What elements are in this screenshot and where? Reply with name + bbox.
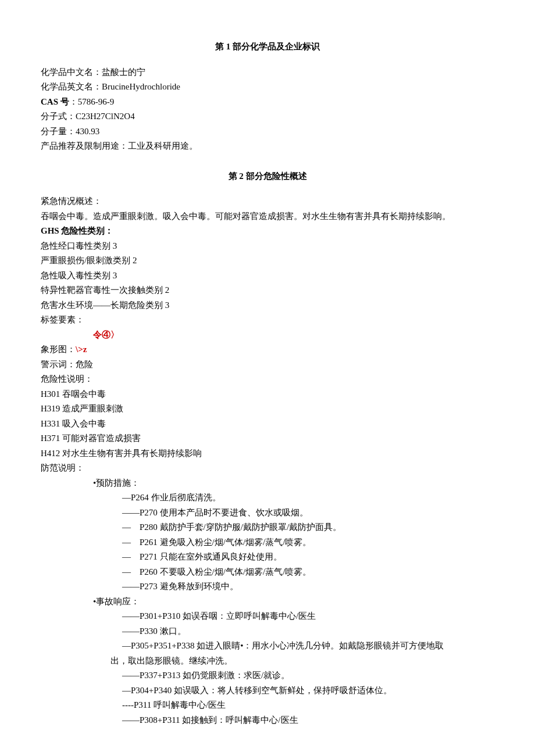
section-1-title: 第 1 部分化学品及企业标识 [41, 40, 494, 55]
response-label: •事故响应： [41, 594, 494, 610]
response-item: ——P330 漱口。 [41, 624, 494, 639]
prevention-item: —P264 作业后彻底清洗。 [41, 490, 494, 506]
prevention-item: ——P270 使用本产品时不要进食、饮水或吸烟。 [41, 506, 494, 521]
cn-name: 盐酸士的宁 [102, 67, 145, 77]
signal-line: 警示词：危险 [41, 357, 494, 372]
hazard-item: H301 吞咽会中毒 [41, 387, 494, 402]
section-1-body: 化学品中文名：盐酸士的宁 化学品英文名：BrucineHydrochloride… [41, 65, 494, 154]
en-name-line: 化学品英文名：BrucineHydrochloride [41, 80, 494, 95]
response-item: —P304+P340 如误吸入：将人转移到空气新鲜处，保持呼吸舒适体位。 [41, 683, 494, 698]
ghs-item: 特异性靶器官毒性一次接触类别 2 [41, 283, 494, 298]
formula-label: 分子式： [41, 112, 76, 121]
cas-label: CAS 号 [41, 97, 69, 106]
mw-value: 430.93 [76, 127, 99, 136]
cas-line: CAS 号：5786-96-9 [41, 95, 494, 110]
use-label: 产品推荐及限制用途： [41, 141, 128, 151]
en-name: BrucineHydrochloride [102, 82, 180, 91]
prevention-item: — P280 戴防护手套/穿防护服/戴防护眼罩/戴防护面具。 [41, 520, 494, 535]
signal-value: 危险 [76, 360, 93, 369]
signal-label: 警示词： [41, 360, 76, 369]
ghs-label: GHS 危险性类别： [41, 224, 494, 239]
prevention-item: — P271 只能在室外或通风良好处使用。 [41, 550, 494, 565]
formula-value: C23H27ClN2O4 [76, 112, 135, 121]
label-elements: 标签要素： [41, 313, 494, 328]
response-item: ----P311 呼叫解毒中心/医生 [41, 698, 494, 713]
response-item-cont: 出，取出隐形眼镜。继续冲洗。 [41, 654, 494, 669]
response-item: —P305+P351+P338 如进入眼睛•：用水小心冲洗几分钟。如戴隐形眼镜并… [41, 639, 494, 654]
ghs-item: 危害水生环境——长期危险类别 3 [41, 298, 494, 313]
mw-line: 分子量：430.93 [41, 124, 494, 139]
section-2-body: 紧急情况概述： 吞咽会中毒。造成严重眼刺激。吸入会中毒。可能对器官造成损害。对水… [41, 194, 494, 728]
hazard-item: H412 对水生生物有害并具有长期持续影响 [41, 446, 494, 461]
pictogram-top: 令④〉 [41, 328, 494, 343]
response-item: ——P337+P313 如仍觉眼刺激：求医/就诊。 [41, 668, 494, 683]
use-value: 工业及科研用途。 [128, 141, 198, 151]
hazard-item: H331 吸入会中毒 [41, 417, 494, 432]
hazard-label: 危险性说明： [41, 372, 494, 387]
ghs-item: 严重眼损伤/眼刺激类别 2 [41, 253, 494, 268]
section-2-title: 第 2 部分危险性概述 [41, 169, 494, 184]
prevention-item: ——P273 避免释放到环境中。 [41, 579, 494, 594]
formula-line: 分子式：C23H27ClN2O4 [41, 109, 494, 124]
cas-sep: ： [69, 97, 78, 106]
pictogram-value: \>z [76, 345, 87, 354]
pictogram-line: 象形图：\>z [41, 342, 494, 357]
use-line: 产品推荐及限制用途：工业及科研用途。 [41, 139, 494, 154]
prevention-item: — P261 避免吸入粉尘/烟/气体/烟雾/蒸气/喷雾。 [41, 535, 494, 550]
emergency-text: 吞咽会中毒。造成严重眼刺激。吸入会中毒。可能对器官造成损害。对水生生物有害并具有… [41, 209, 494, 224]
cn-name-label: 化学品中文名： [41, 67, 102, 77]
en-name-label: 化学品英文名： [41, 82, 102, 91]
response-item: ——P308+P311 如接触到：呼叫解毒中心/医生 [41, 713, 494, 728]
hazard-item: H371 可能对器官造成损害 [41, 431, 494, 446]
hazard-item: H319 造成严重眼刺激 [41, 402, 494, 417]
prevention-item: — P260 不要吸入粉尘/烟/气体/烟雾/蒸气/喷雾。 [41, 565, 494, 580]
ghs-item: 急性吸入毒性类别 3 [41, 268, 494, 284]
cn-name-line: 化学品中文名：盐酸士的宁 [41, 65, 494, 80]
mw-label: 分子量： [41, 127, 76, 136]
pictogram-top-text: 令④〉 [93, 330, 119, 339]
response-item: ——P301+P310 如误吞咽：立即呼叫解毒中心/医生 [41, 609, 494, 624]
emergency-label: 紧急情况概述： [41, 194, 494, 209]
ghs-item: 急性经口毒性类别 3 [41, 239, 494, 254]
cas-value: 5786-96-9 [78, 97, 115, 106]
pictogram-label: 象形图： [41, 345, 76, 354]
precaution-label: 防范说明： [41, 461, 494, 476]
prevention-label: •预防措施： [41, 476, 494, 491]
